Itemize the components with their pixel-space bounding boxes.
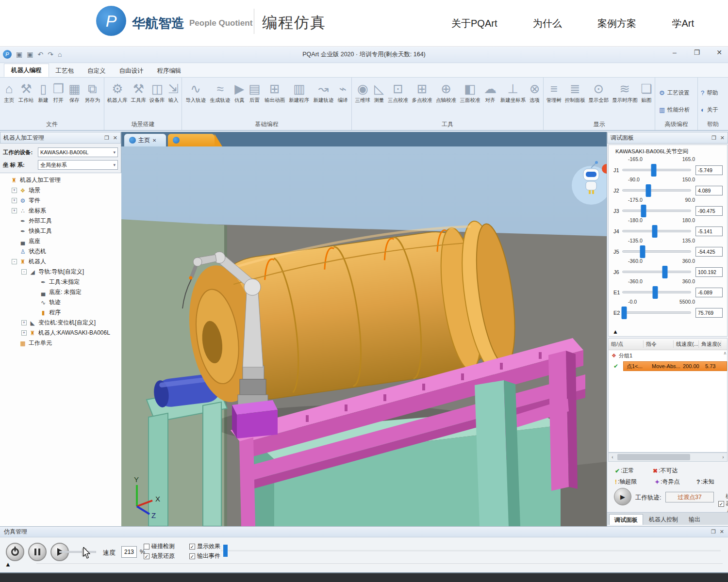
pin-panel-icon[interactable]: ❐	[711, 529, 716, 535]
j5-slider-thumb[interactable]	[640, 245, 645, 258]
scrollbar-thumb[interactable]	[617, 454, 690, 460]
ribbon-item-performance-analysis[interactable]: ▥性能分析	[659, 106, 690, 113]
j3-value-field[interactable]: -90.475	[695, 206, 723, 216]
ribbon-item-new-track[interactable]: ↝新建轨迹	[313, 81, 334, 105]
j3-slider[interactable]	[622, 210, 691, 212]
ribbon-item-workstation[interactable]: ⚒工作站	[18, 81, 34, 105]
ribbon-item-simulate[interactable]: ▶仿真	[234, 81, 245, 105]
ribbon-item-device-library[interactable]: ◫设备库	[149, 81, 165, 105]
ribbon-item-three-plane-calibration[interactable]: ◧三面校准	[460, 81, 481, 105]
output-event-checkbox[interactable]: ✓ 输出事件	[189, 552, 220, 560]
e2-value-field[interactable]: 75.769	[695, 308, 723, 318]
tree-item-scene[interactable]: +❖场景	[0, 185, 121, 195]
collision-detect-checkbox[interactable]: 碰撞检测	[144, 542, 175, 550]
ribbon-item-open[interactable]: ❒打开	[52, 81, 65, 105]
tree-item-parts[interactable]: +⚙零件	[0, 195, 121, 206]
ribbon-item-about[interactable]: ◐关于	[701, 106, 718, 113]
e1-slider-thumb[interactable]	[653, 286, 658, 299]
tree-item-quick-change-tools[interactable]: ✒快换工具	[0, 226, 121, 236]
viewport-tab-document[interactable]	[168, 134, 215, 146]
ribbon-item-point-axis-calibration[interactable]: ⊕点轴校准	[435, 81, 457, 105]
ribbon-item-show-all[interactable]: ⊙显示全部	[588, 81, 609, 105]
ribbon-item-three-point-calibration[interactable]: ⊡三点校准	[387, 81, 409, 105]
column-angular-speed[interactable]: 角速度(d...	[699, 340, 721, 348]
e1-value-field[interactable]: -6.089	[695, 288, 723, 297]
close-panel-icon[interactable]: ✕	[720, 135, 725, 141]
ribbon-item-new-program[interactable]: ▥新建程序	[288, 81, 310, 105]
working-device-select[interactable]: KAWASAKI-BA006L ▾	[38, 147, 118, 157]
tree-item-positioner[interactable]: +◣变位机:变位机[自定义]	[0, 318, 121, 328]
j1-slider[interactable]	[622, 169, 691, 171]
speed-value-field[interactable]: 213	[121, 546, 137, 558]
e1-slider[interactable]	[622, 291, 691, 293]
ribbon-item-import-track[interactable]: ∿导入轨迹	[185, 81, 206, 105]
tab-robot-control[interactable]: 机器人控制	[644, 514, 683, 525]
j6-slider-thumb[interactable]	[662, 266, 667, 278]
tree-item-root[interactable]: ♜机器人加工管理	[0, 175, 121, 185]
ribbon-item-save[interactable]: ▦保存	[68, 81, 81, 105]
tree-item-base-unset[interactable]: ▄底座: 未指定	[0, 287, 121, 297]
j3-slider-thumb[interactable]	[641, 205, 646, 217]
j1-slider-thumb[interactable]	[651, 164, 657, 177]
ribbon-item-control-panel[interactable]: ≣控制面板	[564, 81, 586, 105]
ribbon-item-export-animation[interactable]: ⊞输出动画	[264, 81, 285, 105]
ribbon-item-multi-point-calibration[interactable]: ⊞多点校准	[412, 81, 433, 105]
ribbon-item-help[interactable]: ?帮助	[701, 89, 718, 97]
pause-button[interactable]	[28, 543, 47, 561]
ribbon-item-post-process[interactable]: ▤后置	[248, 81, 261, 105]
pin-panel-icon[interactable]: ❐	[711, 135, 716, 141]
simulation-progress-bar[interactable]	[221, 550, 721, 551]
column-command[interactable]: 指令	[644, 340, 674, 348]
stop-button[interactable]	[6, 543, 24, 561]
scroll-right-icon[interactable]: ›	[719, 454, 727, 460]
j6-slider[interactable]	[622, 271, 691, 273]
tree-item-track[interactable]: ∿轨迹	[0, 297, 121, 307]
tree-item-program[interactable]: ▮程序	[0, 307, 121, 318]
group-row[interactable]: ❖ 分组1	[609, 350, 727, 361]
tab-robot-programming[interactable]: 机器人编程	[4, 64, 49, 77]
scene-restore-checkbox[interactable]: ✓ 场景还原	[144, 552, 175, 560]
speed-slider[interactable]	[59, 551, 96, 553]
scroll-up-icon[interactable]: ∧	[723, 351, 727, 356]
j5-value-field[interactable]: -54.425	[695, 247, 723, 257]
j5-slider[interactable]	[622, 250, 691, 253]
ribbon-item-new-coordinate[interactable]: ⊥新建坐标系	[500, 81, 527, 105]
tree-item-state-machine[interactable]: ♙状态机	[0, 246, 121, 257]
collapse-sim-panel-button[interactable]: ▲	[5, 561, 11, 568]
scene-canvas[interactable]: Y X Z	[121, 146, 607, 526]
j4-slider-thumb[interactable]	[652, 225, 657, 238]
tree-item-tool-unset[interactable]: ✒工具:未指定	[0, 277, 121, 287]
j2-slider-thumb[interactable]	[646, 184, 651, 197]
tree-item-coordinates[interactable]: +∴坐标系	[0, 206, 121, 216]
ribbon-item-align[interactable]: ☁对齐	[483, 81, 497, 105]
close-tab-icon[interactable]: ✕	[152, 138, 156, 143]
pin-panel-icon[interactable]: ❐	[104, 135, 109, 141]
point-row-selected[interactable]: ✔ 点1<... Move-Abs... 200.00 5.73	[609, 361, 727, 372]
tree-item-base[interactable]: ▄底座	[0, 236, 121, 246]
table-horizontal-scrollbar[interactable]: ‹ ›	[608, 453, 728, 462]
ribbon-item-process-settings[interactable]: ⚙工艺设置	[659, 89, 690, 97]
e2-slider-thumb[interactable]	[621, 307, 627, 319]
play-track-button[interactable]: ▶	[614, 488, 631, 505]
column-linear-speed[interactable]: 线速度(...	[674, 340, 699, 348]
viewport-tab-home[interactable]: 主页 ✕	[124, 134, 166, 146]
collapse-joints-button[interactable]: ▲	[612, 328, 618, 335]
tree-item-external-tools[interactable]: ✒外部工具	[0, 216, 121, 226]
ribbon-item-compile[interactable]: ⌁编译	[337, 81, 348, 105]
tab-output[interactable]: 输出	[684, 514, 705, 525]
j2-value-field[interactable]: 4.089	[695, 186, 723, 195]
ribbon-item-home[interactable]: ⌂主页	[3, 81, 15, 105]
tree-item-robot[interactable]: -♜机器人	[0, 257, 121, 267]
tab-custom[interactable]: 自定义	[81, 65, 113, 77]
nav-learn-art[interactable]: 学Art	[672, 17, 694, 30]
ribbon-item-options[interactable]: ⊗选项	[529, 81, 541, 105]
transition-point-button[interactable]: 过渡点37	[665, 492, 714, 502]
tab-program-edit[interactable]: 程序编辑	[150, 65, 188, 77]
tab-process-package[interactable]: 工艺包	[49, 65, 81, 77]
ribbon-item-tool-library[interactable]: ⚒工具库	[131, 81, 147, 105]
tab-debug-panel[interactable]: 调试面板	[609, 514, 643, 525]
ribbon-item-save-as[interactable]: ⧉另存为	[84, 81, 100, 105]
nav-case-solutions[interactable]: 案例方案	[597, 17, 636, 30]
nav-about-pqart[interactable]: 关于PQArt	[451, 17, 497, 30]
progress-thumb[interactable]	[223, 545, 228, 557]
